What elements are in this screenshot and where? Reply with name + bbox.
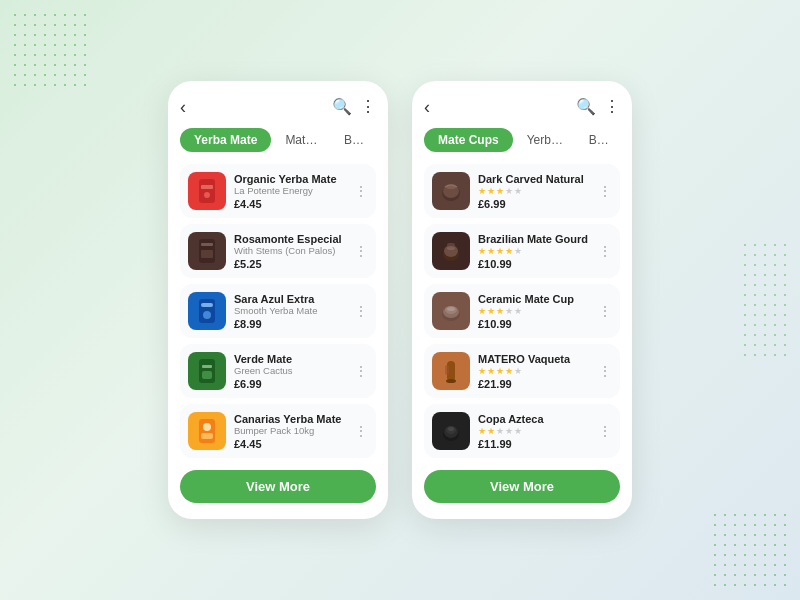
product-item-1-2: Rosamonte Especial With Stems (Con Palos… bbox=[180, 224, 376, 278]
product-menu-2-3[interactable]: ⋮ bbox=[598, 303, 612, 319]
header-icons-2: 🔍 ⋮ bbox=[576, 97, 620, 116]
product-img-2-3 bbox=[432, 292, 470, 330]
phone-1: ‹ 🔍 ⋮ Yerba Mate Mate Cups Bombill Organ… bbox=[168, 81, 388, 519]
product-img-2-1 bbox=[432, 172, 470, 210]
back-button-1[interactable]: ‹ bbox=[180, 98, 186, 116]
product-sub-1-2: With Stems (Con Palos) bbox=[234, 245, 346, 256]
product-price-1-4: £6.99 bbox=[234, 378, 346, 390]
product-img-1-3 bbox=[188, 292, 226, 330]
tab-bombil-2[interactable]: Bombil bbox=[583, 128, 620, 152]
stars-2-2: ★ ★ ★ ★ ★ bbox=[478, 246, 590, 256]
product-sub-1-3: Smooth Yerba Mate bbox=[234, 305, 346, 316]
product-item-1-4: Verde Mate Green Cactus £6.99 ⋮ bbox=[180, 344, 376, 398]
svg-rect-4 bbox=[201, 243, 213, 246]
tab-bombill-1[interactable]: Bombill bbox=[338, 128, 376, 152]
phone-2: ‹ 🔍 ⋮ Mate Cups Yerba Mate Bombil Dark C… bbox=[412, 81, 632, 519]
product-img-2-5 bbox=[432, 412, 470, 450]
product-name-2-4: MATERO Vaqueta bbox=[478, 353, 590, 365]
product-menu-1-5[interactable]: ⋮ bbox=[354, 423, 368, 439]
product-menu-1-1[interactable]: ⋮ bbox=[354, 183, 368, 199]
svg-rect-7 bbox=[201, 303, 213, 307]
back-button-2[interactable]: ‹ bbox=[424, 98, 430, 116]
product-item-1-5: Canarias Yerba Mate Bumper Pack 10kg £4.… bbox=[180, 404, 376, 458]
product-info-2-1: Dark Carved Natural ★ ★ ★ ★ ★ £6.99 bbox=[478, 173, 590, 210]
product-menu-2-1[interactable]: ⋮ bbox=[598, 183, 612, 199]
product-menu-2-2[interactable]: ⋮ bbox=[598, 243, 612, 259]
product-info-1-1: Organic Yerba Mate La Potente Energy £4.… bbox=[234, 173, 346, 210]
product-price-2-5: £11.99 bbox=[478, 438, 590, 450]
svg-point-2 bbox=[204, 192, 210, 198]
product-info-2-3: Ceramic Mate Cup ★ ★ ★ ★ ★ £10.99 bbox=[478, 293, 590, 330]
product-sub-1-1: La Potente Energy bbox=[234, 185, 346, 196]
svg-rect-10 bbox=[202, 365, 212, 368]
phone-1-header: ‹ 🔍 ⋮ bbox=[180, 97, 376, 116]
product-item-1-1: Organic Yerba Mate La Potente Energy £4.… bbox=[180, 164, 376, 218]
menu-icon-2[interactable]: ⋮ bbox=[604, 97, 620, 116]
product-item-2-2: Brazilian Mate Gourd ★ ★ ★ ★ ★ £10.99 ⋮ bbox=[424, 224, 620, 278]
stars-2-5: ★ ★ ★ ★ ★ bbox=[478, 426, 590, 436]
product-name-1-5: Canarias Yerba Mate bbox=[234, 413, 346, 425]
product-item-1-3: Sara Azul Extra Smooth Yerba Mate £8.99 … bbox=[180, 284, 376, 338]
svg-point-25 bbox=[447, 307, 455, 311]
tab-yerba-mate-1[interactable]: Yerba Mate bbox=[180, 128, 271, 152]
tab-mate-cups-1[interactable]: Mate Cups bbox=[279, 128, 330, 152]
product-name-2-3: Ceramic Mate Cup bbox=[478, 293, 590, 305]
header-icons-1: 🔍 ⋮ bbox=[332, 97, 376, 116]
product-img-1-5 bbox=[188, 412, 226, 450]
phone-2-header: ‹ 🔍 ⋮ bbox=[424, 97, 620, 116]
stars-2-4: ★ ★ ★ ★ ★ bbox=[478, 366, 590, 376]
svg-point-17 bbox=[446, 185, 456, 189]
stars-2-1: ★ ★ ★ ★ ★ bbox=[478, 186, 590, 196]
product-menu-1-3[interactable]: ⋮ bbox=[354, 303, 368, 319]
tabs-1: Yerba Mate Mate Cups Bombill bbox=[180, 128, 376, 152]
product-img-2-4 bbox=[432, 352, 470, 390]
product-img-1-4 bbox=[188, 352, 226, 390]
product-item-2-4: MATERO Vaqueta ★ ★ ★ ★ ★ £21.99 ⋮ bbox=[424, 344, 620, 398]
product-name-2-5: Copa Azteca bbox=[478, 413, 590, 425]
search-icon-2[interactable]: 🔍 bbox=[576, 97, 596, 116]
product-name-1-4: Verde Mate bbox=[234, 353, 346, 365]
product-menu-2-4[interactable]: ⋮ bbox=[598, 363, 612, 379]
product-price-1-2: £5.25 bbox=[234, 258, 346, 270]
product-name-1-2: Rosamonte Especial bbox=[234, 233, 346, 245]
svg-rect-1 bbox=[201, 185, 213, 189]
dots-decoration-mid-r bbox=[740, 240, 790, 360]
product-menu-1-4[interactable]: ⋮ bbox=[354, 363, 368, 379]
product-item-2-1: Dark Carved Natural ★ ★ ★ ★ ★ £6.99 ⋮ bbox=[424, 164, 620, 218]
product-info-1-3: Sara Azul Extra Smooth Yerba Mate £8.99 bbox=[234, 293, 346, 330]
product-info-1-4: Verde Mate Green Cactus £6.99 bbox=[234, 353, 346, 390]
view-more-button-1[interactable]: View More bbox=[180, 470, 376, 503]
product-sub-1-4: Green Cactus bbox=[234, 365, 346, 376]
svg-point-8 bbox=[203, 311, 211, 319]
product-img-1-1 bbox=[188, 172, 226, 210]
product-info-2-5: Copa Azteca ★ ★ ★ ★ ★ £11.99 bbox=[478, 413, 590, 450]
view-more-button-2[interactable]: View More bbox=[424, 470, 620, 503]
product-item-2-3: Ceramic Mate Cup ★ ★ ★ ★ ★ £10.99 ⋮ bbox=[424, 284, 620, 338]
product-menu-1-2[interactable]: ⋮ bbox=[354, 243, 368, 259]
product-img-2-2 bbox=[432, 232, 470, 270]
svg-rect-5 bbox=[201, 250, 213, 258]
product-info-1-2: Rosamonte Especial With Stems (Con Palos… bbox=[234, 233, 346, 270]
product-price-2-3: £10.99 bbox=[478, 318, 590, 330]
product-name-2-1: Dark Carved Natural bbox=[478, 173, 590, 185]
dots-decoration-br bbox=[710, 510, 790, 590]
tab-yerba-mate-2[interactable]: Yerba Mate bbox=[521, 128, 575, 152]
product-info-1-5: Canarias Yerba Mate Bumper Pack 10kg £4.… bbox=[234, 413, 346, 450]
phones-container: ‹ 🔍 ⋮ Yerba Mate Mate Cups Bombill Organ… bbox=[168, 81, 632, 519]
product-sub-1-5: Bumper Pack 10kg bbox=[234, 425, 346, 436]
product-item-2-5: Copa Azteca ★ ★ ★ ★ ★ £11.99 ⋮ bbox=[424, 404, 620, 458]
product-price-2-2: £10.99 bbox=[478, 258, 590, 270]
product-menu-2-5[interactable]: ⋮ bbox=[598, 423, 612, 439]
tabs-2: Mate Cups Yerba Mate Bombil bbox=[424, 128, 620, 152]
product-info-2-4: MATERO Vaqueta ★ ★ ★ ★ ★ £21.99 bbox=[478, 353, 590, 390]
product-list-2: Dark Carved Natural ★ ★ ★ ★ ★ £6.99 ⋮ bbox=[424, 164, 620, 458]
svg-point-21 bbox=[447, 246, 455, 250]
product-price-1-5: £4.45 bbox=[234, 438, 346, 450]
tab-mate-cups-2[interactable]: Mate Cups bbox=[424, 128, 513, 152]
product-img-1-2 bbox=[188, 232, 226, 270]
menu-icon-1[interactable]: ⋮ bbox=[360, 97, 376, 116]
svg-point-13 bbox=[203, 423, 211, 431]
svg-rect-28 bbox=[445, 365, 449, 375]
search-icon-1[interactable]: 🔍 bbox=[332, 97, 352, 116]
product-price-2-1: £6.99 bbox=[478, 198, 590, 210]
